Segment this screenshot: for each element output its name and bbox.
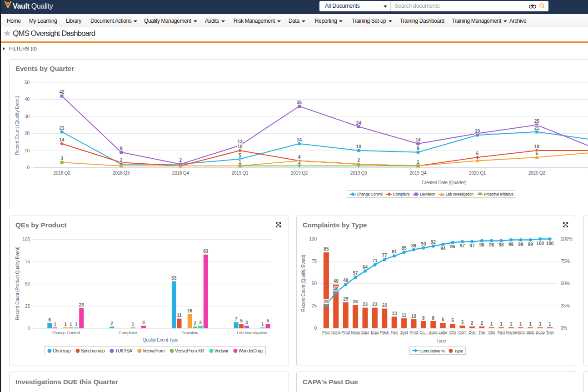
svg-text:Equi: Equi — [361, 330, 369, 335]
svg-text:3: 3 — [199, 320, 202, 325]
svg-text:5: 5 — [239, 153, 241, 158]
svg-text:2019 Q3: 2019 Q3 — [350, 171, 368, 176]
svg-text:29: 29 — [343, 297, 349, 302]
svg-text:26: 26 — [324, 299, 329, 304]
svg-text:85: 85 — [324, 246, 329, 251]
svg-text:0%: 0% — [561, 326, 568, 331]
svg-text:71: 71 — [372, 258, 378, 263]
svg-text:81: 81 — [392, 249, 397, 254]
svg-text:1: 1 — [261, 322, 264, 327]
svg-text:Deviation: Deviation — [181, 330, 198, 335]
svg-text:40: 40 — [25, 97, 30, 102]
svg-text:10: 10 — [534, 144, 540, 149]
svg-text:None: None — [331, 330, 341, 335]
svg-text:5: 5 — [267, 318, 269, 323]
svg-text:100%: 100% — [561, 236, 573, 241]
svg-text:Record Count (Quality Event): Record Count (Quality Event) — [15, 96, 20, 156]
svg-text:75: 75 — [25, 259, 30, 264]
svg-text:1: 1 — [417, 160, 419, 165]
svg-text:98: 98 — [489, 242, 494, 247]
svg-text:Pack: Pack — [380, 330, 389, 335]
svg-text:1: 1 — [239, 160, 241, 165]
svg-text:94: 94 — [440, 246, 446, 251]
svg-text:Created Date (Quarter): Created Date (Quarter) — [422, 180, 466, 185]
svg-text:16: 16 — [187, 308, 193, 313]
svg-text:Quality Event Type: Quality Event Type — [143, 337, 179, 342]
svg-text:24: 24 — [356, 121, 362, 126]
svg-text:Record Count (Product-Quality: Record Count (Product-Quality Event) — [15, 246, 20, 320]
svg-text:49: 49 — [334, 279, 339, 284]
svg-text:13: 13 — [237, 139, 243, 144]
svg-text:Trai: Trai — [478, 330, 485, 335]
svg-text:0: 0 — [27, 326, 30, 331]
svg-text:2: 2 — [471, 321, 473, 326]
svg-text:57: 57 — [353, 271, 359, 276]
svg-text:1: 1 — [70, 322, 72, 327]
svg-text:Lab Investigation: Lab Investigation — [237, 330, 267, 335]
svg-text:2: 2 — [481, 321, 483, 326]
svg-text:1: 1 — [298, 160, 301, 165]
svg-text:Type: Type — [436, 338, 446, 343]
svg-text:8: 8 — [422, 316, 425, 321]
svg-text:2020 Q2: 2020 Q2 — [528, 171, 546, 176]
svg-text:23: 23 — [372, 302, 378, 307]
svg-text:Labe: Labe — [439, 330, 447, 335]
svg-text:10: 10 — [356, 144, 362, 149]
svg-text:83: 83 — [203, 249, 209, 254]
svg-text:99: 99 — [528, 242, 533, 247]
svg-text:20: 20 — [25, 131, 30, 136]
svg-text:30: 30 — [25, 114, 30, 119]
svg-text:53: 53 — [171, 276, 177, 281]
svg-text:64: 64 — [363, 265, 368, 270]
svg-text:11: 11 — [177, 313, 182, 318]
svg-text:Record Count (Quality Event): Record Count (Quality Event) — [301, 255, 306, 312]
svg-text:100: 100 — [22, 237, 30, 242]
svg-text:5: 5 — [240, 318, 243, 323]
svg-text:8: 8 — [432, 316, 435, 321]
svg-text:96: 96 — [450, 244, 456, 249]
svg-text:2018 Q3: 2018 Q3 — [113, 171, 130, 176]
svg-text:97: 97 — [469, 243, 475, 248]
svg-text:50: 50 — [312, 281, 317, 286]
svg-text:9: 9 — [417, 146, 419, 151]
svg-text:3: 3 — [60, 156, 63, 161]
svg-text:42: 42 — [59, 90, 65, 95]
svg-text:100: 100 — [536, 241, 544, 246]
svg-text:23: 23 — [363, 302, 368, 307]
svg-text:1: 1 — [132, 322, 135, 327]
svg-text:2018 Q2: 2018 Q2 — [54, 171, 71, 176]
svg-text:1: 1 — [75, 322, 78, 327]
svg-text:1: 1 — [510, 322, 513, 327]
svg-text:Mana: Mana — [506, 330, 516, 335]
svg-text:21: 21 — [59, 126, 65, 131]
svg-text:75%: 75% — [561, 259, 570, 264]
svg-text:3: 3 — [245, 320, 248, 325]
svg-text:2019 Q1: 2019 Q1 — [232, 171, 249, 176]
svg-text:6: 6 — [536, 151, 538, 156]
svg-text:Clin: Clin — [449, 330, 456, 335]
svg-text:25: 25 — [534, 119, 540, 124]
svg-text:26: 26 — [353, 299, 359, 304]
svg-text:Faci: Faci — [498, 330, 505, 335]
svg-text:Prod: Prod — [409, 330, 418, 335]
svg-text:50%: 50% — [561, 281, 570, 286]
svg-text:22: 22 — [382, 303, 388, 308]
svg-text:Spec: Spec — [429, 330, 438, 335]
svg-text:2: 2 — [194, 321, 197, 326]
svg-text:25%: 25% — [561, 303, 570, 308]
svg-text:Change Control: Change Control — [51, 330, 80, 335]
svg-text:25: 25 — [312, 303, 317, 308]
svg-text:23: 23 — [79, 302, 85, 307]
svg-text:1: 1 — [500, 322, 503, 327]
svg-text:6: 6 — [476, 151, 479, 156]
svg-text:1: 1 — [54, 322, 56, 327]
svg-text:Proc: Proc — [322, 330, 330, 335]
svg-text:2: 2 — [358, 158, 360, 163]
svg-text:Syst: Syst — [400, 330, 408, 335]
svg-text:Equi: Equi — [371, 330, 379, 335]
svg-text:1: 1 — [529, 322, 532, 327]
svg-text:25: 25 — [25, 304, 30, 309]
svg-text:1: 1 — [539, 322, 542, 327]
svg-text:98: 98 — [499, 242, 504, 247]
svg-text:Co...: Co... — [419, 330, 428, 335]
